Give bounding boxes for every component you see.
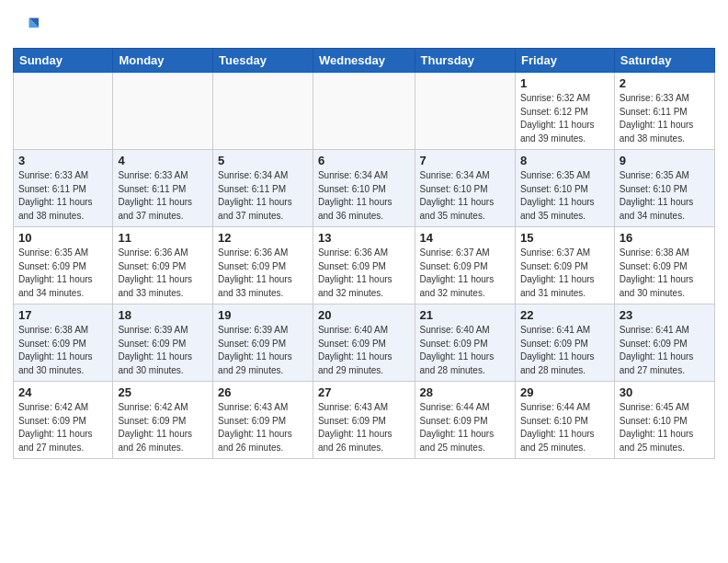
day-number: 28 [420, 385, 510, 399]
calendar-cell: 22Sunrise: 6:41 AMSunset: 6:09 PMDayligh… [515, 304, 614, 382]
day-number: 11 [118, 231, 208, 245]
day-number: 16 [620, 231, 710, 245]
day-info: Sunrise: 6:35 AMSunset: 6:10 PMDaylight:… [520, 169, 609, 223]
day-number: 19 [218, 308, 308, 322]
calendar-cell: 23Sunrise: 6:41 AMSunset: 6:09 PMDayligh… [614, 304, 714, 382]
day-number: 5 [218, 154, 308, 167]
calendar-cell: 5Sunrise: 6:34 AMSunset: 6:11 PMDaylight… [213, 150, 313, 227]
calendar-cell: 13Sunrise: 6:36 AMSunset: 6:09 PMDayligh… [313, 227, 415, 304]
calendar-week-5: 24Sunrise: 6:42 AMSunset: 6:09 PMDayligh… [14, 382, 715, 459]
calendar-week-2: 3Sunrise: 6:33 AMSunset: 6:11 PMDaylight… [14, 150, 715, 227]
calendar-cell [313, 73, 415, 150]
day-info: Sunrise: 6:33 AMSunset: 6:11 PMDaylight:… [18, 169, 108, 223]
calendar-cell: 14Sunrise: 6:37 AMSunset: 6:09 PMDayligh… [415, 227, 515, 304]
day-info: Sunrise: 6:32 AMSunset: 6:12 PMDaylight:… [520, 92, 609, 145]
calendar-cell: 15Sunrise: 6:37 AMSunset: 6:09 PMDayligh… [515, 227, 614, 304]
day-number: 20 [318, 308, 410, 322]
calendar-cell: 27Sunrise: 6:43 AMSunset: 6:09 PMDayligh… [313, 382, 415, 459]
day-header-saturday: Saturday [614, 49, 714, 73]
day-number: 1 [520, 76, 609, 90]
calendar-week-1: 1Sunrise: 6:32 AMSunset: 6:12 PMDaylight… [14, 73, 715, 150]
calendar-cell: 18Sunrise: 6:39 AMSunset: 6:09 PMDayligh… [113, 304, 213, 382]
logo-icon [13, 15, 39, 40]
calendar-cell: 28Sunrise: 6:44 AMSunset: 6:09 PMDayligh… [415, 382, 515, 459]
day-info: Sunrise: 6:44 AMSunset: 6:09 PMDaylight:… [420, 401, 510, 454]
page: SundayMondayTuesdayWednesdayThursdayFrid… [0, 0, 728, 472]
calendar-cell: 4Sunrise: 6:33 AMSunset: 6:11 PMDaylight… [113, 150, 213, 227]
day-info: Sunrise: 6:43 AMSunset: 6:09 PMDaylight:… [318, 401, 410, 454]
calendar-cell: 12Sunrise: 6:36 AMSunset: 6:09 PMDayligh… [213, 227, 313, 304]
day-info: Sunrise: 6:40 AMSunset: 6:09 PMDaylight:… [318, 324, 410, 377]
day-info: Sunrise: 6:41 AMSunset: 6:09 PMDaylight:… [620, 324, 710, 377]
calendar-cell: 17Sunrise: 6:38 AMSunset: 6:09 PMDayligh… [14, 304, 113, 382]
calendar-cell: 8Sunrise: 6:35 AMSunset: 6:10 PMDaylight… [515, 150, 614, 227]
calendar-week-3: 10Sunrise: 6:35 AMSunset: 6:09 PMDayligh… [14, 227, 715, 304]
day-number: 2 [620, 76, 710, 90]
day-info: Sunrise: 6:39 AMSunset: 6:09 PMDaylight:… [118, 324, 208, 377]
calendar-cell: 9Sunrise: 6:35 AMSunset: 6:10 PMDaylight… [614, 150, 714, 227]
calendar-cell: 11Sunrise: 6:36 AMSunset: 6:09 PMDayligh… [113, 227, 213, 304]
calendar-cell: 6Sunrise: 6:34 AMSunset: 6:10 PMDaylight… [313, 150, 415, 227]
day-info: Sunrise: 6:44 AMSunset: 6:10 PMDaylight:… [520, 401, 609, 454]
day-header-thursday: Thursday [415, 49, 515, 73]
calendar-cell: 1Sunrise: 6:32 AMSunset: 6:12 PMDaylight… [515, 73, 614, 150]
day-info: Sunrise: 6:37 AMSunset: 6:09 PMDaylight:… [420, 247, 510, 300]
day-info: Sunrise: 6:45 AMSunset: 6:10 PMDaylight:… [620, 401, 710, 454]
calendar-cell: 25Sunrise: 6:42 AMSunset: 6:09 PMDayligh… [113, 382, 213, 459]
day-info: Sunrise: 6:39 AMSunset: 6:09 PMDaylight:… [218, 324, 308, 377]
day-number: 3 [18, 154, 108, 167]
day-header-monday: Monday [113, 49, 213, 73]
day-number: 14 [420, 231, 510, 245]
calendar-cell: 7Sunrise: 6:34 AMSunset: 6:10 PMDaylight… [415, 150, 515, 227]
day-number: 23 [620, 308, 710, 322]
calendar-cell: 29Sunrise: 6:44 AMSunset: 6:10 PMDayligh… [515, 382, 614, 459]
day-header-wednesday: Wednesday [313, 49, 415, 73]
day-number: 9 [620, 154, 710, 167]
day-info: Sunrise: 6:43 AMSunset: 6:09 PMDaylight:… [218, 401, 308, 454]
day-number: 18 [118, 308, 208, 322]
day-info: Sunrise: 6:33 AMSunset: 6:11 PMDaylight:… [118, 169, 208, 223]
day-number: 8 [520, 154, 609, 167]
calendar-week-4: 17Sunrise: 6:38 AMSunset: 6:09 PMDayligh… [14, 304, 715, 382]
day-number: 21 [420, 308, 510, 322]
logo [13, 15, 40, 40]
day-number: 4 [118, 154, 208, 167]
day-info: Sunrise: 6:42 AMSunset: 6:09 PMDaylight:… [118, 401, 208, 454]
day-info: Sunrise: 6:38 AMSunset: 6:09 PMDaylight:… [18, 324, 108, 377]
day-header-friday: Friday [515, 49, 614, 73]
day-info: Sunrise: 6:36 AMSunset: 6:09 PMDaylight:… [318, 247, 410, 300]
day-number: 30 [620, 385, 710, 399]
day-number: 24 [18, 385, 108, 399]
day-number: 7 [420, 154, 510, 167]
day-number: 10 [18, 231, 108, 245]
calendar-cell: 16Sunrise: 6:38 AMSunset: 6:09 PMDayligh… [614, 227, 714, 304]
day-number: 13 [318, 231, 410, 245]
calendar-cell: 24Sunrise: 6:42 AMSunset: 6:09 PMDayligh… [14, 382, 113, 459]
day-info: Sunrise: 6:42 AMSunset: 6:09 PMDaylight:… [18, 401, 108, 454]
day-header-sunday: Sunday [14, 49, 113, 73]
calendar-cell: 2Sunrise: 6:33 AMSunset: 6:11 PMDaylight… [614, 73, 714, 150]
day-number: 27 [318, 385, 410, 399]
calendar-cell: 30Sunrise: 6:45 AMSunset: 6:10 PMDayligh… [614, 382, 714, 459]
day-info: Sunrise: 6:40 AMSunset: 6:09 PMDaylight:… [420, 324, 510, 377]
day-info: Sunrise: 6:34 AMSunset: 6:10 PMDaylight:… [318, 169, 410, 223]
day-number: 12 [218, 231, 308, 245]
day-info: Sunrise: 6:37 AMSunset: 6:09 PMDaylight:… [520, 247, 609, 300]
calendar-header-row: SundayMondayTuesdayWednesdayThursdayFrid… [14, 49, 715, 73]
day-header-tuesday: Tuesday [213, 49, 313, 73]
day-info: Sunrise: 6:34 AMSunset: 6:10 PMDaylight:… [420, 169, 510, 223]
calendar-cell: 3Sunrise: 6:33 AMSunset: 6:11 PMDaylight… [14, 150, 113, 227]
day-number: 15 [520, 231, 609, 245]
header [13, 9, 715, 40]
day-info: Sunrise: 6:36 AMSunset: 6:09 PMDaylight:… [218, 247, 308, 300]
day-info: Sunrise: 6:35 AMSunset: 6:09 PMDaylight:… [18, 247, 108, 300]
calendar-cell [14, 73, 113, 150]
calendar-cell [113, 73, 213, 150]
day-number: 26 [218, 385, 308, 399]
calendar-cell [213, 73, 313, 150]
calendar-cell: 19Sunrise: 6:39 AMSunset: 6:09 PMDayligh… [213, 304, 313, 382]
day-number: 25 [118, 385, 208, 399]
day-number: 29 [520, 385, 609, 399]
day-info: Sunrise: 6:41 AMSunset: 6:09 PMDaylight:… [520, 324, 609, 377]
day-number: 22 [520, 308, 609, 322]
